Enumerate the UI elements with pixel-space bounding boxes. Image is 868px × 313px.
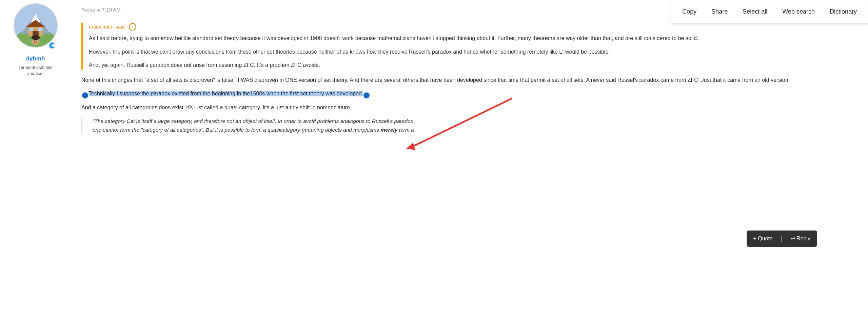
user-title: Terminal Optimist Judaism — [18, 65, 52, 77]
svg-point-11 — [34, 40, 35, 41]
quote-text: As I said before, trying to somehow beli… — [89, 34, 858, 70]
main-content: Copy Share Select all Web search Diction… — [71, 0, 868, 313]
copy-button[interactable]: Copy — [675, 2, 704, 21]
quote-up-icon: ↑ — [129, 23, 136, 31]
sidebar: dybmh Terminal Optimist Judaism — [0, 0, 71, 313]
blockquote: "The category Cat is itself a large cate… — [81, 117, 858, 134]
selection-handle-left — [82, 92, 88, 98]
body-paragraph-1: None of this changes that "a set of all … — [81, 76, 858, 85]
selection-handle-right — [363, 92, 370, 98]
web-search-button[interactable]: Web search — [775, 2, 822, 21]
svg-point-12 — [36, 40, 37, 41]
select-all-button[interactable]: Select all — [735, 2, 775, 21]
body-paragraph-2: Technically I suppose the paradox existe… — [81, 89, 858, 98]
username[interactable]: dybmh — [26, 54, 45, 63]
svg-point-10 — [31, 35, 40, 40]
svg-marker-15 — [406, 143, 415, 150]
quote-button[interactable]: + Quote — [747, 231, 780, 247]
avatar — [14, 3, 58, 48]
quote-author: ratiocinator said: ↑ — [89, 23, 858, 31]
body-paragraph-3: And a category of all categories does ex… — [81, 103, 858, 112]
quote-reply-popup: + Quote | ↩ Reply — [747, 231, 817, 247]
quote-block: ratiocinator said: ↑ As I said before, t… — [81, 23, 858, 70]
post-body: None of this changes that "a set of all … — [81, 76, 858, 134]
reply-button[interactable]: ↩ Reply — [784, 231, 817, 247]
share-button[interactable]: Share — [704, 2, 735, 21]
svg-rect-7 — [29, 28, 33, 31]
context-toolbar: Copy Share Select all Web search Diction… — [671, 0, 868, 24]
dictionary-button[interactable]: Dictionary — [822, 2, 864, 21]
highlighted-text: Technically I suppose the paradox existe… — [88, 91, 363, 96]
popup-divider: | — [780, 234, 784, 243]
online-badge — [48, 42, 56, 49]
svg-rect-8 — [38, 28, 42, 31]
